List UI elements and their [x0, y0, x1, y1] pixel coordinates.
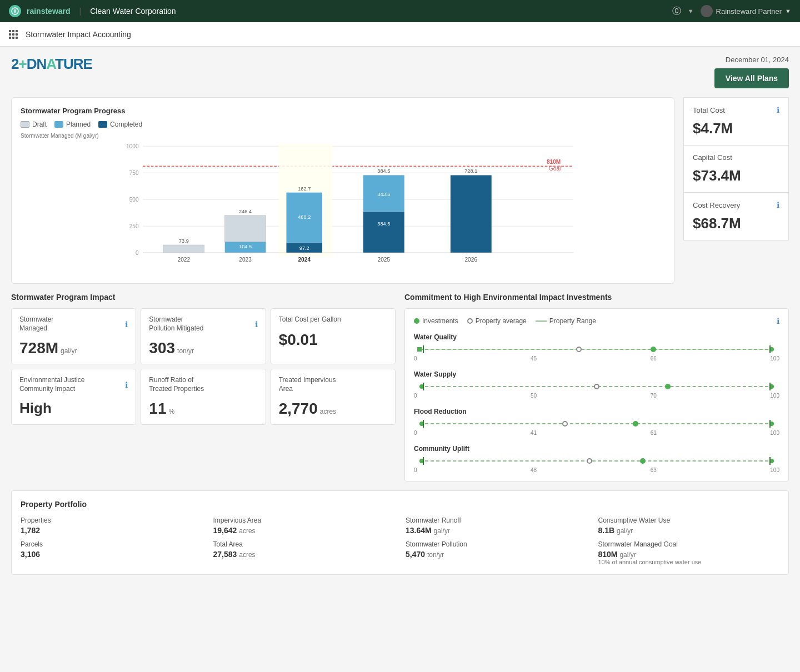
bar-2025-completed: [363, 212, 404, 253]
y-axis-label: Stormwater Managed (M gal/yr): [21, 133, 665, 139]
portfolio-impervious-area: Impervious Area 19,642 acres: [213, 516, 395, 535]
page-date: December 01, 2024: [726, 56, 789, 64]
nav-brand: rainsteward: [27, 7, 71, 16]
view-all-plans-button[interactable]: View All Plans: [714, 68, 789, 88]
impact-section-title: Stormwater Program Impact: [11, 293, 396, 302]
runoff-ratio-card: Runoff Ratio ofTreated Properties 11 %: [141, 369, 266, 425]
cost-recovery-label: Cost Recovery: [693, 201, 740, 209]
runoff-ratio-value: 11: [149, 400, 166, 418]
svg-text:750: 750: [129, 170, 139, 176]
sub-nav-title: Stormwater Impact Accounting: [26, 30, 131, 39]
stormwater-managed-info-icon[interactable]: ℹ: [125, 320, 128, 329]
svg-text:2022: 2022: [178, 257, 191, 263]
portfolio-parcels: Parcels 3,106: [21, 540, 202, 565]
pollution-mitigated-info-icon[interactable]: ℹ: [255, 320, 258, 329]
nav-right: ⓪ ▼ Rainsteward Partner ▼: [672, 5, 791, 17]
grid-menu-icon[interactable]: [9, 30, 18, 39]
bar-2026-completed: [451, 175, 492, 253]
page-logo: 2+DNATURE: [11, 56, 92, 73]
header-right: December 01, 2024 View All Plans: [714, 56, 789, 88]
treated-impervious-label: Treated ImperviousArea: [279, 376, 336, 393]
svg-text:810M: 810M: [547, 159, 561, 165]
treated-impervious-value: 2,770: [279, 400, 318, 418]
portfolio-grid: Properties 1,782 Impervious Area 19,642 …: [21, 516, 779, 565]
cost-recovery-value: $68.7M: [693, 215, 779, 232]
water-quality-row: Water Quality: [414, 333, 779, 362]
legend-completed: Completed: [98, 121, 142, 128]
page-header: 2+DNATURE December 01, 2024 View All Pla…: [11, 56, 789, 88]
svg-text:2025: 2025: [378, 257, 391, 263]
cost-per-gallon-card: Total Cost per Gallon $0.01: [271, 308, 396, 364]
property-range-legend-label: Property Range: [549, 317, 596, 325]
svg-text:73.9: 73.9: [179, 238, 189, 244]
legend-draft: Draft: [21, 121, 47, 128]
cost-per-gallon-label: Total Cost per Gallon: [279, 315, 341, 324]
capital-cost-panel: Capital Cost $73.4M: [683, 145, 789, 192]
ej-community-impact-label: Environmental JusticeCommunity Impact: [19, 376, 84, 393]
capital-cost-label: Capital Cost: [693, 153, 732, 162]
lower-section: Stormwater Program Impact StormwaterMana…: [11, 293, 789, 482]
help-icon[interactable]: ⓪: [672, 6, 681, 17]
stormwater-managed-value: 728M: [19, 339, 58, 357]
svg-text:728.1: 728.1: [464, 168, 477, 174]
ej-community-impact-card: Environmental JusticeCommunity Impact ℹ …: [11, 369, 136, 425]
investments-info-icon[interactable]: ℹ: [777, 317, 779, 325]
portfolio-section: Property Portfolio Properties 1,782 Impe…: [11, 490, 789, 575]
runoff-ratio-unit: %: [168, 408, 174, 415]
water-quality-label: Water Quality: [414, 333, 779, 341]
capital-cost-value: $73.4M: [693, 167, 779, 184]
svg-text:0: 0: [136, 250, 139, 256]
svg-text:384.5: 384.5: [377, 221, 390, 227]
community-uplift-label: Community Uplift: [414, 445, 779, 453]
impact-cards-grid: StormwaterManaged ℹ 728M gal/yr Stormwat…: [11, 308, 396, 425]
svg-text:97.2: 97.2: [299, 245, 309, 251]
investments-section-title: Commitment to High Environmental Impact …: [404, 293, 789, 302]
user-menu[interactable]: Rainsteward Partner ▼: [701, 5, 791, 17]
svg-text:343.6: 343.6: [377, 192, 390, 197]
impact-section: Stormwater Program Impact StormwaterMana…: [11, 293, 396, 482]
portfolio-stormwater-managed-goal: Stormwater Managed Goal 810M gal/yr 10% …: [598, 540, 780, 565]
investments-legend-label: Investments: [422, 317, 458, 325]
pollution-mitigated-value: 303: [149, 339, 175, 357]
nav-logo-mark: [9, 5, 21, 17]
total-cost-panel: Total Cost ℹ $4.7M: [683, 97, 789, 145]
runoff-ratio-label: Runoff Ratio ofTreated Properties: [149, 376, 204, 393]
stormwater-goal-sub: 10% of annual consumptive water use: [598, 559, 780, 565]
svg-text:104.5: 104.5: [239, 244, 252, 249]
bar-chart-svg: 1000 750 500 250 0 810M Goal: [21, 141, 665, 274]
pollution-mitigated-unit: ton/yr: [177, 347, 194, 355]
progress-chart-card: Stormwater Program Progress Draft Planne…: [11, 97, 674, 284]
svg-text:2024: 2024: [298, 257, 311, 263]
flood-reduction-row: Flood Reduction 0 41 61 100: [414, 408, 779, 436]
pollution-mitigated-card: StormwaterPollution Mitigated ℹ 303 ton/…: [141, 308, 266, 364]
total-cost-info-icon[interactable]: ℹ: [777, 106, 779, 114]
svg-text:2026: 2026: [464, 257, 477, 263]
portfolio-properties: Properties 1,782: [21, 516, 202, 535]
svg-text:384.5: 384.5: [377, 168, 390, 174]
svg-text:2023: 2023: [239, 257, 252, 263]
ej-info-icon[interactable]: ℹ: [125, 380, 128, 389]
investments-section: Commitment to High Environmental Impact …: [404, 293, 789, 482]
water-supply-label: Water Supply: [414, 370, 779, 378]
svg-text:1000: 1000: [126, 143, 139, 149]
investment-card: Investments Property average Property Ra…: [404, 308, 789, 482]
cost-per-gallon-value: $0.01: [279, 331, 318, 349]
svg-text:246.4: 246.4: [239, 209, 252, 214]
portfolio-total-area: Total Area 27,583 acres: [213, 540, 395, 565]
chart-title: Stormwater Program Progress: [21, 107, 665, 115]
svg-text:250: 250: [129, 223, 139, 229]
cost-panels: Total Cost ℹ $4.7M Capital Cost $73.4M C…: [683, 97, 789, 284]
cost-recovery-info-icon[interactable]: ℹ: [777, 200, 779, 209]
bar-chart: 1000 750 500 250 0 810M Goal: [21, 141, 665, 274]
portfolio-stormwater-pollution: Stormwater Pollution 5,470 ton/yr: [406, 540, 587, 565]
svg-text:Goal: Goal: [549, 166, 561, 172]
total-cost-label: Total Cost: [693, 106, 725, 114]
chart-legend: Draft Planned Completed: [21, 121, 665, 128]
flood-reduction-label: Flood Reduction: [414, 408, 779, 415]
main-content: 2+DNATURE December 01, 2024 View All Pla…: [0, 47, 800, 672]
treated-impervious-card: Treated ImperviousArea 2,770 acres: [271, 369, 396, 425]
community-uplift-row: Community Uplift 0 48 63 100: [414, 445, 779, 473]
portfolio-stormwater-runoff: Stormwater Runoff 13.64M gal/yr: [406, 516, 587, 535]
cost-recovery-panel: Cost Recovery ℹ $68.7M: [683, 192, 789, 240]
treated-impervious-unit: acres: [320, 408, 336, 415]
